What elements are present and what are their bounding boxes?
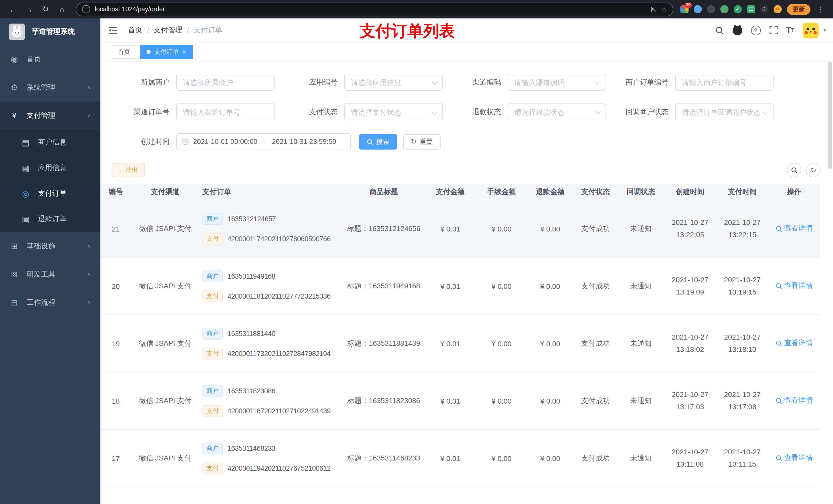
app-select[interactable] — [344, 74, 443, 91]
table-row: 商户1635311157136 — [100, 487, 820, 504]
search-button[interactable]: 搜索 — [359, 134, 397, 149]
tab-close-icon[interactable]: × — [182, 48, 186, 55]
filter-row-1: 所属商户 应用编号 渠道编码 — [100, 74, 833, 91]
date-separator: - — [262, 138, 268, 145]
header-actions: ? TT ▾ — [715, 22, 826, 38]
forward-icon[interactable]: → — [23, 3, 36, 16]
extension-icon-drop[interactable] — [694, 5, 702, 13]
sidebar-item-app-info[interactable]: ▦ 应用信息 — [0, 155, 100, 181]
channel-code-select[interactable] — [508, 74, 606, 91]
date-start: 2021-10-01 00:00:00 — [193, 138, 257, 145]
sidebar-item-label: 商户信息 — [38, 138, 67, 147]
channel-order-input[interactable] — [176, 103, 275, 120]
cell-order: 商户1635312124657 支付4200001174202110278060… — [199, 213, 343, 245]
merchant-tag: 商户 — [203, 213, 223, 224]
tab-pay-order[interactable]: 支付订单 × — [140, 45, 192, 58]
refresh-icon: ↻ — [411, 138, 416, 145]
target-icon: ◎ — [21, 189, 31, 198]
refresh-table-button[interactable]: ↻ — [806, 163, 821, 177]
browser-update-button[interactable]: 更新 — [787, 4, 810, 15]
extension-icon-green[interactable] — [720, 5, 729, 13]
site-info-icon[interactable]: i — [82, 5, 90, 13]
view-detail-link[interactable]: 查看详情 — [776, 339, 813, 348]
sidebar-item-system[interactable]: ⚙ 系统管理 ∨ — [0, 73, 100, 101]
sidebar-item-home[interactable]: ◉ 首页 — [0, 45, 100, 73]
col-amount: 支付金额 — [425, 188, 476, 197]
search-icon[interactable] — [715, 26, 723, 34]
font-size-icon[interactable]: TT — [786, 26, 794, 34]
sidebar-item-label: 系统管理 — [27, 83, 55, 92]
table-row: 17 微信 JSAPI 支付 商户1635311468233 支付4200001… — [100, 430, 820, 487]
sidebar-item-workflow[interactable]: ⊟ 工作流程 ∨ — [0, 288, 100, 316]
reset-button[interactable]: ↻ 重置 — [403, 134, 441, 149]
export-button[interactable]: ↓ 导出 — [112, 163, 145, 177]
merchant-select[interactable] — [176, 74, 275, 91]
sidebar-item-merchant-info[interactable]: ▤ 商户信息 — [0, 129, 100, 155]
toggle-search-button[interactable] — [787, 163, 801, 177]
home-icon[interactable]: ⌂ — [55, 3, 69, 16]
date-range-input[interactable]: 2021-10-01 00:00:00 - 2021-10-31 23:59:5… — [176, 133, 351, 150]
cell-pay-time: 2021-10-2713:19:15 — [716, 274, 768, 298]
page-scrollbar[interactable] — [828, 62, 832, 169]
tab-home[interactable]: 首页 — [112, 45, 136, 58]
cell-channel: 微信 JSAPI 支付 — [131, 396, 199, 405]
table-toolbar: ↓ 导出 ↻ — [100, 163, 833, 177]
refund-status-select[interactable] — [508, 103, 606, 120]
extension-icon-vue-devtools[interactable]: ✓ — [734, 5, 742, 13]
filter-label-notify-status: 回调商户状态 — [606, 107, 675, 117]
tabs-bar: 首页 支付订单 × — [100, 43, 833, 62]
chevron-down-icon: ∨ — [87, 85, 91, 90]
sidebar-item-refund-order[interactable]: ▣ 退款订单 — [0, 207, 100, 232]
pay-status-select[interactable] — [344, 103, 443, 120]
extension-icon-emoji[interactable]: ☺ — [774, 5, 782, 13]
fullscreen-icon[interactable] — [769, 26, 778, 34]
bookmark-star-icon[interactable]: ☆ — [661, 5, 667, 13]
view-detail-link[interactable]: 查看详情 — [776, 454, 813, 463]
extension-icon-pin[interactable]: ☉ — [760, 5, 768, 13]
view-detail-link[interactable]: 查看详情 — [776, 396, 813, 405]
logo[interactable]: 芋道管理系统 — [0, 19, 100, 45]
sidebar-item-infrastructure[interactable]: ⊞ 基础设施 ∨ — [0, 232, 100, 260]
chevron-up-icon: ∧ — [87, 113, 91, 118]
table-row: 20 微信 JSAPI 支付 商户1635311949168 支付4200001… — [100, 258, 820, 315]
sidebar: 芋道管理系统 ◉ 首页 ⚙ 系统管理 ∨ ¥ 支付管理 ∧ ▤ 商户信息 — [0, 19, 100, 504]
extension-icon-dark[interactable] — [707, 5, 715, 13]
sidebar-item-devtools[interactable]: ⊠ 研发工具 ∨ — [0, 260, 100, 288]
view-detail-link[interactable]: 查看详情 — [776, 224, 813, 233]
avatar-caret-icon[interactable]: ▾ — [824, 28, 826, 33]
dashboard-icon: ◉ — [9, 54, 20, 64]
reload-icon[interactable]: ↻ — [39, 3, 52, 16]
extension-icon-green-square[interactable]: ☰ — [747, 5, 755, 13]
extension-icon-colorful[interactable]: 10 — [680, 5, 689, 13]
cell-channel: 微信 JSAPI 支付 — [131, 339, 199, 348]
cell-amount: ¥ 0.01 — [425, 224, 476, 233]
col-notify: 回调状态 — [618, 188, 664, 197]
cell-fee: ¥ 0.00 — [476, 397, 527, 405]
breadcrumb-section[interactable]: 支付管理 — [154, 26, 182, 35]
help-icon[interactable]: ? — [751, 25, 761, 35]
view-detail-link[interactable]: 查看详情 — [776, 282, 813, 291]
col-channel: 支付渠道 — [131, 188, 199, 197]
url-text: localhost:1024/pay/order — [95, 6, 646, 13]
cell-status: 支付成功 — [573, 224, 618, 233]
sidebar-item-payment[interactable]: ¥ 支付管理 ∧ — [0, 101, 100, 129]
avatar[interactable] — [803, 22, 819, 38]
pay-tag: 支付 — [203, 347, 223, 359]
browser-menu-icon[interactable]: ⋮ — [815, 5, 826, 13]
chevron-down-icon: ∨ — [87, 299, 91, 305]
filter-label-merchant: 所属商户 — [100, 78, 176, 87]
github-icon[interactable] — [732, 25, 742, 35]
breadcrumb-home[interactable]: 首页 — [128, 26, 142, 35]
url-bar[interactable]: i localhost:1024/pay/order ⇱ ☆ — [76, 2, 673, 16]
cell-refund: ¥ 0.00 — [527, 454, 573, 462]
merchant-order-input[interactable] — [675, 74, 774, 91]
hamburger-icon[interactable] — [108, 25, 119, 36]
back-icon[interactable]: ← — [6, 3, 20, 16]
notify-status-select[interactable] — [675, 103, 774, 120]
filter-label-channel-order: 渠道订单号 — [100, 107, 176, 117]
sidebar-item-pay-order[interactable]: ◎ 支付订单 — [0, 181, 100, 207]
pay-tag: 支付 — [203, 405, 223, 417]
cell-order: 商户1635311881440 支付4200001173202110272847… — [199, 328, 343, 359]
share-icon[interactable]: ⇱ — [651, 5, 657, 13]
monitor-icon: ⊞ — [9, 241, 20, 251]
